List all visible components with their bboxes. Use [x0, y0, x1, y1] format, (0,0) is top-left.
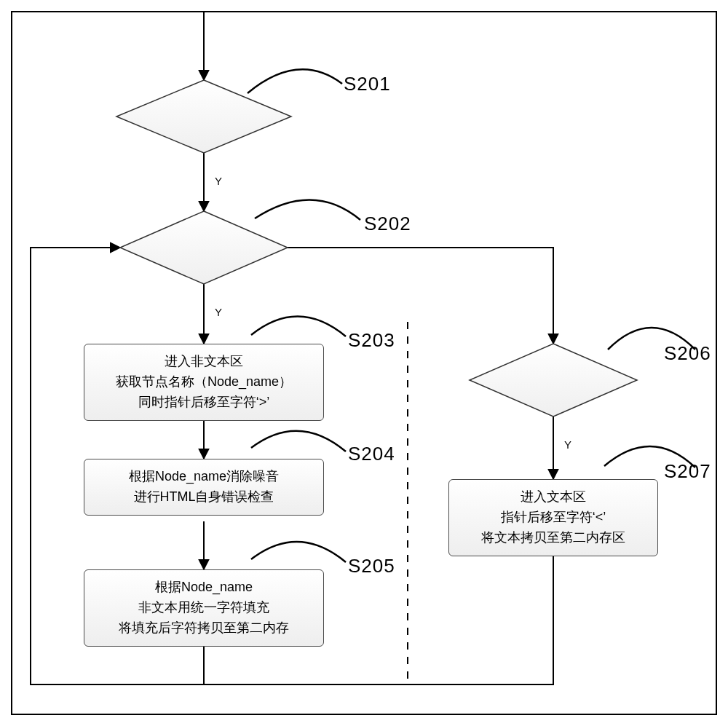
decision-s201-label: While(*p_memhtml): [146, 109, 262, 125]
step-label-s206: S206: [664, 342, 711, 365]
process-s207: 进入文本区 指针后移至字符‘<’ 将文本拷贝至第二内存区: [448, 479, 658, 556]
process-s207-line3: 将文本拷贝至第二内存区: [458, 528, 649, 548]
process-s203-line1: 进入非文本区: [93, 352, 314, 372]
step-label-s203: S203: [348, 329, 395, 352]
process-s207-line1: 进入文本区: [458, 487, 649, 508]
decision-s206-label: *p_memhtml == ‘>’: [491, 373, 615, 388]
step-label-s205: S205: [348, 555, 395, 577]
process-s203-line3: 同时指针后移至字符‘>’: [93, 392, 314, 413]
step-label-s207: S207: [664, 460, 711, 483]
process-s207-line2: 指针后移至字符‘<’: [458, 508, 649, 528]
flow-label-s202-y: Y: [215, 306, 222, 318]
process-s203: 进入非文本区 获取节点名称（Node_name） 同时指针后移至字符‘>’: [84, 344, 324, 421]
process-s205: 根据Node_name 非文本用统一字符填充 将填充后字符拷贝至第二内存: [84, 569, 324, 647]
process-s205-line3: 将填充后字符拷贝至第二内存: [93, 618, 314, 639]
process-s204-line1: 根据Node_name消除噪音: [93, 467, 314, 487]
process-s205-line1: 根据Node_name: [93, 577, 314, 598]
process-s204: 根据Node_name消除噪音 进行HTML自身错误检查: [84, 459, 324, 516]
flow-label-s201-y: Y: [215, 175, 222, 187]
decision-s202-label: *p_memhtml == ‘<’: [142, 240, 266, 256]
flowchart-canvas: While(*p_memhtml) S201 Y *p_memhtml == ‘…: [0, 0, 728, 726]
step-label-s204: S204: [348, 443, 395, 465]
step-label-s201: S201: [344, 73, 391, 95]
process-s203-line2: 获取节点名称（Node_name）: [93, 372, 314, 392]
process-s204-line2: 进行HTML自身错误检查: [93, 487, 314, 508]
flow-label-s206-y: Y: [564, 438, 571, 451]
process-s205-line2: 非文本用统一字符填充: [93, 598, 314, 618]
step-label-s202: S202: [364, 213, 411, 235]
